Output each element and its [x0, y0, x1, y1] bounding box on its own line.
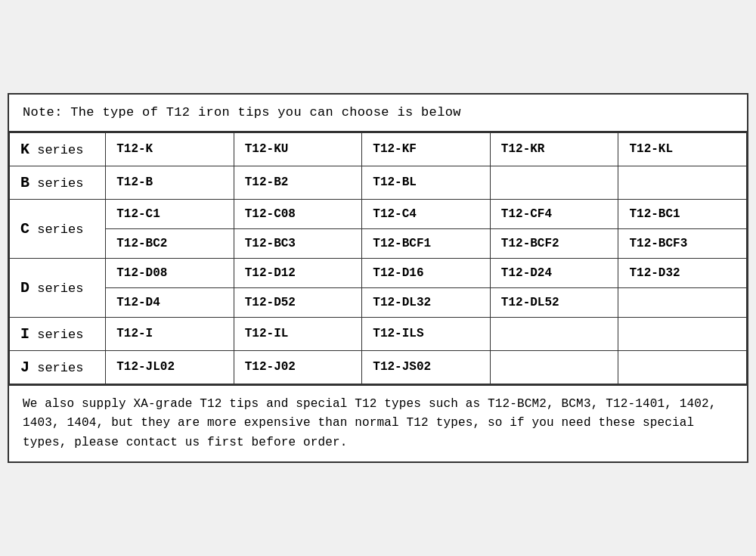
- tip-cell: T12-BC2: [106, 228, 234, 258]
- tip-cell: T12-CF4: [490, 199, 618, 228]
- tip-cell: T12-BCF2: [490, 228, 618, 258]
- table-row: B seriesT12-BT12-B2T12-BL: [10, 166, 747, 199]
- tip-cell: T12-D52: [234, 287, 362, 317]
- tip-cell: T12-JL02: [106, 350, 234, 384]
- series-cell: K series: [10, 132, 106, 166]
- tip-cell: T12-D16: [362, 258, 491, 287]
- table-row: T12-D4T12-D52T12-DL32T12-DL52: [10, 287, 747, 317]
- tip-cell: [618, 350, 747, 384]
- series-label: series: [29, 143, 83, 157]
- tip-cell: [490, 166, 618, 199]
- series-label: series: [29, 281, 83, 296]
- tip-cell: T12-D24: [490, 258, 618, 287]
- tip-cell: T12-BC3: [234, 228, 362, 258]
- note-text: Note: The type of T12 iron tips you can …: [9, 95, 747, 132]
- table-row: D seriesT12-D08T12-D12T12-D16T12-D24T12-…: [10, 258, 747, 287]
- series-cell: D series: [10, 258, 106, 317]
- tip-cell: T12-BL: [362, 166, 491, 199]
- series-letter: C: [20, 220, 29, 238]
- tip-cell: T12-BCF1: [362, 228, 491, 258]
- series-label: series: [29, 361, 83, 375]
- tip-cell: T12-JS02: [362, 350, 491, 384]
- tip-cell: T12-KL: [618, 132, 747, 166]
- series-cell: C series: [10, 199, 106, 258]
- series-cell: J series: [10, 350, 106, 384]
- series-letter: J: [20, 359, 29, 376]
- tip-cell: T12-B2: [234, 166, 362, 199]
- table-row: T12-BC2T12-BC3T12-BCF1T12-BCF2T12-BCF3: [10, 228, 747, 258]
- series-letter: B: [20, 174, 29, 191]
- tip-cell: T12-IL: [234, 317, 362, 350]
- table-row: K seriesT12-KT12-KUT12-KFT12-KRT12-KL: [10, 132, 747, 166]
- tip-cell: T12-J02: [234, 350, 362, 384]
- series-label: series: [29, 222, 83, 237]
- tip-cell: T12-D08: [106, 258, 234, 287]
- tip-cell: T12-C4: [362, 199, 491, 228]
- tip-cell: T12-KF: [362, 132, 491, 166]
- footer-note: We also supply XA-grade T12 tips and spe…: [9, 384, 747, 462]
- table-row: J seriesT12-JL02T12-J02T12-JS02: [10, 350, 747, 384]
- table-row: C seriesT12-C1T12-C08T12-C4T12-CF4T12-BC…: [10, 199, 747, 228]
- tip-cell: [618, 166, 747, 199]
- tip-cell: [618, 287, 747, 317]
- tip-cell: T12-I: [106, 317, 234, 350]
- tip-cell: T12-DL32: [362, 287, 491, 317]
- tip-cell: T12-BCF3: [618, 228, 747, 258]
- series-letter: I: [20, 325, 29, 343]
- tip-cell: [618, 317, 747, 350]
- tip-cell: T12-DL52: [490, 287, 618, 317]
- tip-cell: T12-ILS: [362, 317, 491, 350]
- series-cell: I series: [10, 317, 106, 350]
- series-label: series: [29, 176, 83, 191]
- tip-cell: T12-K: [106, 132, 234, 166]
- tip-cell: T12-D32: [618, 258, 747, 287]
- tip-cell: T12-C1: [106, 199, 234, 228]
- series-letter: K: [20, 141, 29, 158]
- tip-cell: T12-KR: [490, 132, 618, 166]
- main-container: Note: The type of T12 iron tips you can …: [8, 93, 748, 464]
- tip-cell: T12-BC1: [618, 199, 747, 228]
- series-label: series: [29, 328, 83, 342]
- tip-cell: [490, 317, 618, 350]
- tip-cell: [490, 350, 618, 384]
- series-letter: D: [20, 279, 29, 297]
- tip-cell: T12-C08: [234, 199, 362, 228]
- table-row: I seriesT12-IT12-ILT12-ILS: [10, 317, 747, 350]
- tip-cell: T12-D4: [106, 287, 234, 317]
- tips-table: K seriesT12-KT12-KUT12-KFT12-KRT12-KLB s…: [9, 132, 747, 384]
- tip-cell: T12-KU: [234, 132, 362, 166]
- series-cell: B series: [10, 166, 106, 199]
- tip-cell: T12-B: [106, 166, 234, 199]
- tip-cell: T12-D12: [234, 258, 362, 287]
